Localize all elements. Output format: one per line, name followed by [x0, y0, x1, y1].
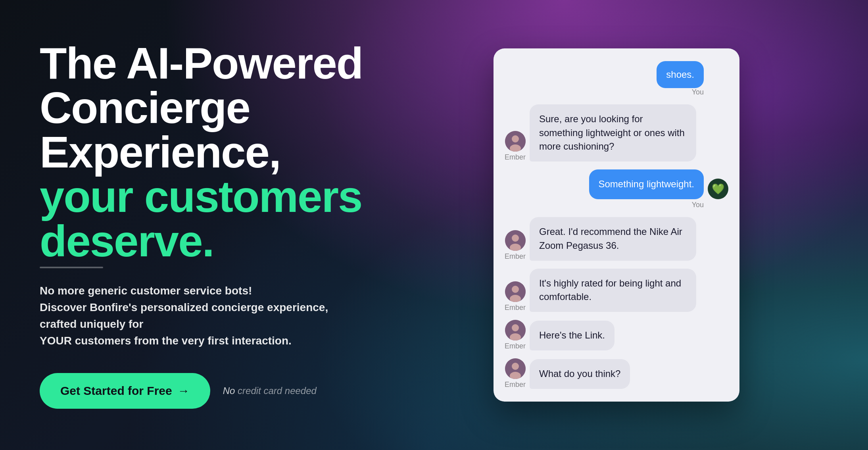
headline-green-1: your customers: [40, 172, 362, 221]
headline-white-2: Concierge: [40, 83, 250, 133]
bot-bubble-6: What do you think?: [530, 359, 630, 389]
ember-avatar-col-5: Ember: [505, 320, 526, 350]
chat-row-1: Ember Sure, are you looking for somethin…: [505, 104, 728, 162]
ember-avatar-col-3: Ember: [505, 230, 526, 261]
hero-left: The AI-Powered Concierge Experience, you…: [40, 41, 397, 409]
ember-avatar-3: [505, 230, 526, 251]
user-bubble-shoes: shoes.: [657, 61, 704, 88]
subtext: No more generic customer service bots! D…: [40, 283, 349, 349]
ember-avatar-1: [505, 131, 526, 152]
ember-label-6: Ember: [505, 381, 526, 389]
svg-point-10: [512, 324, 519, 331]
chat-message-shoes: shoes. You: [505, 61, 728, 96]
ember-avatar-col-4: Ember: [505, 281, 526, 312]
user-avatar-heart: 💚: [708, 179, 728, 199]
ember-avatar-col-6: Ember: [505, 358, 526, 389]
headline-white: The AI-Powered: [40, 38, 363, 88]
ember-avatar-4: [505, 281, 526, 302]
hero-right: shoes. You Ember Sure, are you looking f…: [397, 48, 836, 402]
you-label-lightweight: You: [692, 201, 704, 209]
headline-underline: [40, 267, 103, 268]
subtext-line3: YOUR customers from the very first inter…: [40, 335, 292, 347]
ember-label-4: Ember: [505, 304, 526, 312]
subtext-line2: Discover Bonfire's personalized concierg…: [40, 301, 328, 330]
subtext-line1: No more generic customer service bots!: [40, 285, 252, 297]
chat-row-4: Ember It's highly rated for being light …: [505, 269, 728, 312]
chat-row-5: Ember Here's the Link.: [505, 320, 728, 350]
bot-bubble-4: It's highly rated for being light and co…: [530, 269, 696, 312]
ember-avatar-col-1: Ember: [505, 131, 526, 162]
chat-row-3: Ember Great. I'd recommend the Nike Air …: [505, 217, 728, 261]
get-started-button[interactable]: Get Started for Free →: [40, 373, 210, 409]
no-credit-card-text: No credit card needed: [223, 385, 317, 396]
headline: The AI-Powered Concierge Experience, you…: [40, 41, 373, 263]
chat-window: shoes. You Ember Sure, are you looking f…: [494, 48, 739, 402]
svg-point-13: [512, 363, 519, 370]
headline-white-3: Experience,: [40, 127, 280, 177]
bot-bubble-1: Sure, are you looking for something ligh…: [530, 104, 696, 162]
svg-point-7: [512, 286, 519, 293]
ember-label-1: Ember: [505, 153, 526, 162]
bot-bubble-5: Here's the Link.: [530, 321, 615, 350]
cta-row: Get Started for Free → No credit card ne…: [40, 373, 373, 409]
you-label-shoes: You: [692, 88, 704, 96]
chat-message-lightweight: 💚 Something lightweight. You: [505, 169, 728, 209]
ember-label-5: Ember: [505, 342, 526, 350]
ember-avatar-5: [505, 320, 526, 340]
svg-point-4: [512, 235, 519, 242]
ember-avatar-6: [505, 358, 526, 379]
bot-bubble-3: Great. I'd recommend the Nike Air Zoom P…: [530, 217, 696, 261]
user-bubble-lightweight: Something lightweight.: [589, 169, 704, 199]
cta-button-label: Get Started for Free: [60, 384, 172, 398]
cta-arrow-icon: →: [178, 384, 190, 398]
chat-row-6: Ember What do you think?: [505, 358, 728, 389]
headline-green-2: deserve.: [40, 216, 214, 266]
ember-label-3: Ember: [505, 252, 526, 261]
svg-point-1: [512, 135, 519, 142]
